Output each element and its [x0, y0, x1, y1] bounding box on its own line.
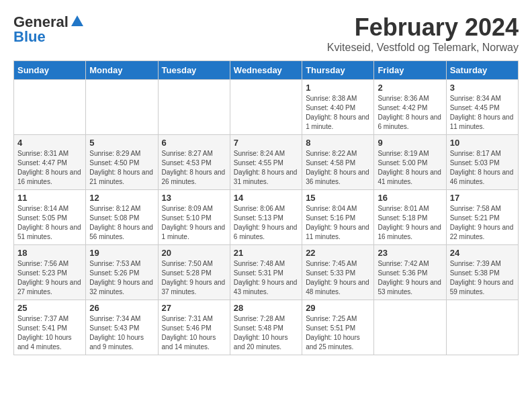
day-info: Sunrise: 7:45 AM Sunset: 5:33 PM Dayligh…	[306, 259, 370, 297]
day-info: Sunrise: 8:19 AM Sunset: 5:00 PM Dayligh…	[378, 149, 442, 187]
calendar-cell: 10Sunrise: 8:17 AM Sunset: 5:03 PM Dayli…	[446, 135, 518, 190]
calendar-cell: 26Sunrise: 7:34 AM Sunset: 5:43 PM Dayli…	[86, 300, 158, 355]
calendar-cell: 3Sunrise: 8:34 AM Sunset: 4:45 PM Daylig…	[446, 80, 518, 135]
day-number: 22	[306, 248, 370, 258]
calendar-cell: 4Sunrise: 8:31 AM Sunset: 4:47 PM Daylig…	[14, 135, 86, 190]
day-info: Sunrise: 7:25 AM Sunset: 5:51 PM Dayligh…	[306, 314, 370, 352]
day-number: 15	[306, 193, 370, 203]
day-info: Sunrise: 8:31 AM Sunset: 4:47 PM Dayligh…	[17, 149, 82, 187]
calendar-cell: 19Sunrise: 7:53 AM Sunset: 5:26 PM Dayli…	[86, 245, 158, 300]
day-info: Sunrise: 8:34 AM Sunset: 4:45 PM Dayligh…	[450, 94, 515, 132]
calendar-cell: 15Sunrise: 8:04 AM Sunset: 5:16 PM Dayli…	[302, 190, 374, 245]
day-info: Sunrise: 7:58 AM Sunset: 5:21 PM Dayligh…	[450, 204, 515, 242]
day-number: 27	[162, 303, 226, 313]
day-info: Sunrise: 8:12 AM Sunset: 5:08 PM Dayligh…	[89, 204, 154, 242]
calendar-cell: 11Sunrise: 8:14 AM Sunset: 5:05 PM Dayli…	[14, 190, 86, 245]
calendar-header-sunday: Sunday	[14, 61, 86, 80]
day-number: 10	[450, 138, 515, 148]
page-subtitle: Kviteseid, Vestfold og Telemark, Norway	[327, 42, 519, 54]
calendar-cell: 17Sunrise: 7:58 AM Sunset: 5:21 PM Dayli…	[446, 190, 518, 245]
day-number: 12	[89, 193, 154, 203]
calendar-cell: 27Sunrise: 7:31 AM Sunset: 5:46 PM Dayli…	[158, 300, 230, 355]
calendar-cell	[14, 80, 86, 135]
day-info: Sunrise: 7:42 AM Sunset: 5:36 PM Dayligh…	[378, 259, 442, 297]
day-info: Sunrise: 8:04 AM Sunset: 5:16 PM Dayligh…	[306, 204, 370, 242]
calendar-cell: 16Sunrise: 8:01 AM Sunset: 5:18 PM Dayli…	[374, 190, 446, 245]
calendar-header-thursday: Thursday	[302, 61, 374, 80]
calendar-header-row: SundayMondayTuesdayWednesdayThursdayFrid…	[14, 61, 519, 80]
calendar-cell: 22Sunrise: 7:45 AM Sunset: 5:33 PM Dayli…	[302, 245, 374, 300]
day-number: 21	[234, 248, 298, 258]
calendar-cell: 29Sunrise: 7:25 AM Sunset: 5:51 PM Dayli…	[302, 300, 374, 355]
calendar-week-row: 4Sunrise: 8:31 AM Sunset: 4:47 PM Daylig…	[14, 135, 519, 190]
calendar-header-monday: Monday	[86, 61, 158, 80]
calendar-cell: 1Sunrise: 8:38 AM Sunset: 4:40 PM Daylig…	[302, 80, 374, 135]
calendar-cell	[374, 300, 446, 355]
calendar-cell	[86, 80, 158, 135]
calendar-week-row: 18Sunrise: 7:56 AM Sunset: 5:23 PM Dayli…	[14, 245, 519, 300]
calendar-cell: 21Sunrise: 7:48 AM Sunset: 5:31 PM Dayli…	[230, 245, 302, 300]
title-section: February 2024 Kviteseid, Vestfold og Tel…	[327, 13, 519, 54]
calendar-cell: 20Sunrise: 7:50 AM Sunset: 5:28 PM Dayli…	[158, 245, 230, 300]
calendar-cell: 6Sunrise: 8:27 AM Sunset: 4:53 PM Daylig…	[158, 135, 230, 190]
day-info: Sunrise: 8:14 AM Sunset: 5:05 PM Dayligh…	[17, 204, 82, 242]
page-title: February 2024	[327, 13, 519, 42]
calendar-week-row: 11Sunrise: 8:14 AM Sunset: 5:05 PM Dayli…	[14, 190, 519, 245]
day-number: 13	[162, 193, 226, 203]
day-info: Sunrise: 8:27 AM Sunset: 4:53 PM Dayligh…	[162, 149, 226, 187]
calendar-cell: 5Sunrise: 8:29 AM Sunset: 4:50 PM Daylig…	[86, 135, 158, 190]
calendar-cell: 18Sunrise: 7:56 AM Sunset: 5:23 PM Dayli…	[14, 245, 86, 300]
day-info: Sunrise: 8:17 AM Sunset: 5:03 PM Dayligh…	[450, 149, 515, 187]
day-number: 4	[17, 138, 82, 148]
calendar-week-row: 25Sunrise: 7:37 AM Sunset: 5:41 PM Dayli…	[14, 300, 519, 355]
day-number: 20	[162, 248, 226, 258]
calendar-cell: 25Sunrise: 7:37 AM Sunset: 5:41 PM Dayli…	[14, 300, 86, 355]
day-number: 9	[378, 138, 442, 148]
day-number: 14	[234, 193, 298, 203]
day-info: Sunrise: 8:01 AM Sunset: 5:18 PM Dayligh…	[378, 204, 442, 242]
day-info: Sunrise: 7:28 AM Sunset: 5:48 PM Dayligh…	[234, 314, 298, 352]
day-info: Sunrise: 8:29 AM Sunset: 4:50 PM Dayligh…	[89, 149, 154, 187]
day-number: 26	[89, 303, 154, 313]
calendar-header-friday: Friday	[374, 61, 446, 80]
calendar-week-row: 1Sunrise: 8:38 AM Sunset: 4:40 PM Daylig…	[14, 80, 519, 135]
day-info: Sunrise: 8:36 AM Sunset: 4:42 PM Dayligh…	[378, 94, 442, 132]
header: General Blue February 2024 Kviteseid, Ve…	[13, 13, 519, 54]
day-info: Sunrise: 8:22 AM Sunset: 4:58 PM Dayligh…	[306, 149, 370, 187]
day-info: Sunrise: 7:53 AM Sunset: 5:26 PM Dayligh…	[89, 259, 154, 297]
calendar-cell: 7Sunrise: 8:24 AM Sunset: 4:55 PM Daylig…	[230, 135, 302, 190]
day-info: Sunrise: 7:31 AM Sunset: 5:46 PM Dayligh…	[162, 314, 226, 352]
day-number: 8	[306, 138, 370, 148]
day-number: 7	[234, 138, 298, 148]
logo-icon	[70, 14, 85, 29]
day-number: 17	[450, 193, 515, 203]
day-info: Sunrise: 7:39 AM Sunset: 5:38 PM Dayligh…	[450, 259, 515, 297]
calendar-cell: 23Sunrise: 7:42 AM Sunset: 5:36 PM Dayli…	[374, 245, 446, 300]
day-number: 3	[450, 83, 515, 93]
day-number: 29	[306, 303, 370, 313]
day-number: 28	[234, 303, 298, 313]
logo-blue-text: Blue	[13, 28, 46, 46]
day-info: Sunrise: 7:34 AM Sunset: 5:43 PM Dayligh…	[89, 314, 154, 352]
day-info: Sunrise: 8:38 AM Sunset: 4:40 PM Dayligh…	[306, 94, 370, 132]
day-info: Sunrise: 8:06 AM Sunset: 5:13 PM Dayligh…	[234, 204, 298, 242]
day-info: Sunrise: 7:56 AM Sunset: 5:23 PM Dayligh…	[17, 259, 82, 297]
calendar-cell	[446, 300, 518, 355]
calendar-header-tuesday: Tuesday	[158, 61, 230, 80]
day-number: 6	[162, 138, 226, 148]
day-info: Sunrise: 7:37 AM Sunset: 5:41 PM Dayligh…	[17, 314, 82, 352]
calendar-header-wednesday: Wednesday	[230, 61, 302, 80]
day-number: 5	[89, 138, 154, 148]
day-info: Sunrise: 8:09 AM Sunset: 5:10 PM Dayligh…	[162, 204, 226, 242]
day-number: 25	[17, 303, 82, 313]
day-number: 16	[378, 193, 442, 203]
day-number: 11	[17, 193, 82, 203]
logo: General Blue	[13, 13, 85, 46]
calendar-cell	[158, 80, 230, 135]
calendar-cell: 14Sunrise: 8:06 AM Sunset: 5:13 PM Dayli…	[230, 190, 302, 245]
calendar-table: SundayMondayTuesdayWednesdayThursdayFrid…	[13, 60, 519, 355]
calendar-cell: 9Sunrise: 8:19 AM Sunset: 5:00 PM Daylig…	[374, 135, 446, 190]
day-number: 1	[306, 83, 370, 93]
calendar-cell: 12Sunrise: 8:12 AM Sunset: 5:08 PM Dayli…	[86, 190, 158, 245]
day-number: 2	[378, 83, 442, 93]
